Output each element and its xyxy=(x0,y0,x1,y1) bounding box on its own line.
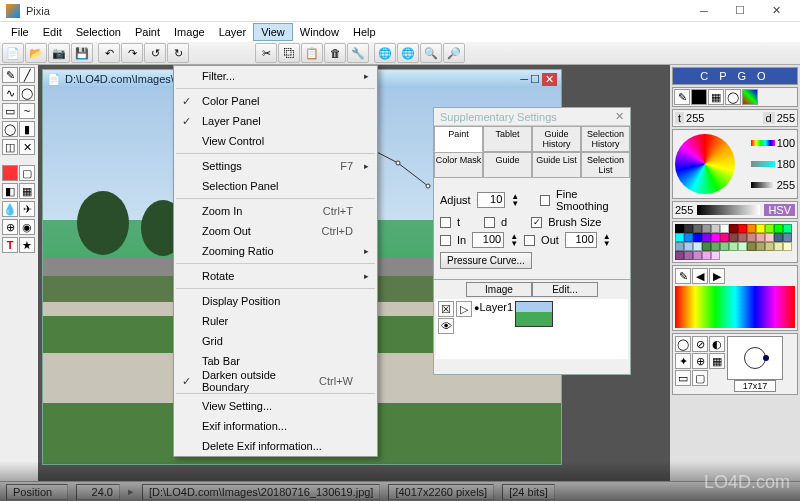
paste-button[interactable]: 📋 xyxy=(301,43,323,63)
airbrush-icon[interactable]: ✈ xyxy=(19,201,35,217)
line-tool-icon[interactable]: ╱ xyxy=(19,67,35,83)
view-menu-item-0[interactable]: Filter... xyxy=(174,66,377,86)
view-menu-item-16[interactable]: Ruler xyxy=(174,311,377,331)
tab-paint[interactable]: Paint xyxy=(434,126,483,152)
tab-selection-list[interactable]: Selection List xyxy=(581,152,630,178)
mode-rainbow-icon[interactable] xyxy=(742,89,758,105)
view-menu-item-11[interactable]: Zooming Ratio xyxy=(174,241,377,261)
lasso-tool-icon[interactable]: ◯ xyxy=(19,85,35,101)
doc-close-icon[interactable]: ✕ xyxy=(542,73,557,86)
tab-guide-list[interactable]: Guide List xyxy=(532,152,581,178)
swatch[interactable] xyxy=(747,233,756,242)
mode-pencil-icon[interactable]: ✎ xyxy=(674,89,690,105)
out-checkbox[interactable] xyxy=(524,235,535,246)
picker-icon[interactable]: ✎ xyxy=(675,268,691,284)
swatch[interactable] xyxy=(738,233,747,242)
tool-button[interactable]: 🔧 xyxy=(347,43,369,63)
brush-opt5-icon[interactable]: ⊕ xyxy=(692,353,708,369)
view-menu-item-17[interactable]: Grid xyxy=(174,331,377,351)
menu-paint[interactable]: Paint xyxy=(128,24,167,40)
globe2-button[interactable]: 🌐 xyxy=(397,43,419,63)
swatch[interactable] xyxy=(675,233,684,242)
smudge-icon[interactable]: 💧 xyxy=(2,201,18,217)
globe1-button[interactable]: 🌐 xyxy=(374,43,396,63)
swatch[interactable] xyxy=(675,251,684,260)
swatch[interactable] xyxy=(702,242,711,251)
swatch[interactable] xyxy=(720,224,729,233)
tab-selection-history[interactable]: Selection History xyxy=(581,126,630,152)
scanner-button[interactable]: 📷 xyxy=(48,43,70,63)
doc-minimize-icon[interactable]: ─ xyxy=(520,73,528,86)
swatch[interactable] xyxy=(765,233,774,242)
view-menu-item-10[interactable]: Zoom OutCtrl+D xyxy=(174,221,377,241)
brush-opt7-icon[interactable]: ▭ xyxy=(675,370,691,386)
swatch[interactable] xyxy=(675,224,684,233)
swatch[interactable] xyxy=(783,242,792,251)
in-stepper[interactable]: ▲▼ xyxy=(510,233,518,247)
swatch[interactable] xyxy=(702,251,711,260)
deselect-tool-icon[interactable]: ✕ xyxy=(19,139,35,155)
brush-opt2-icon[interactable]: ⊘ xyxy=(692,336,708,352)
swatch[interactable] xyxy=(765,242,774,251)
zoom-in-button[interactable]: 🔍 xyxy=(420,43,442,63)
swatch[interactable] xyxy=(738,224,747,233)
save-button[interactable]: 💾 xyxy=(71,43,93,63)
tab-color-mask[interactable]: Color Mask xyxy=(434,152,483,178)
swatch[interactable] xyxy=(729,242,738,251)
fill-tool-icon[interactable]: ▮ xyxy=(19,121,35,137)
cpgo-tabs[interactable]: C P G O xyxy=(672,67,798,85)
swatch[interactable] xyxy=(783,233,792,242)
view-menu-item-7[interactable]: Selection Panel xyxy=(174,176,377,196)
swatch[interactable] xyxy=(675,242,684,251)
swatch[interactable] xyxy=(747,242,756,251)
menu-edit[interactable]: Edit xyxy=(36,24,69,40)
clone-icon[interactable]: ⊕ xyxy=(2,219,18,235)
brush-size-checkbox[interactable]: ✓ xyxy=(531,217,542,228)
view-menu-item-19[interactable]: Darken outside BoundaryCtrl+W xyxy=(174,371,377,391)
view-menu-item-3[interactable]: Layer Panel xyxy=(174,111,377,131)
layer-thumbnail[interactable] xyxy=(515,301,553,327)
select-tool-icon[interactable]: ◫ xyxy=(2,139,18,155)
in-input[interactable]: 100 xyxy=(472,232,504,248)
swatch[interactable] xyxy=(711,251,720,260)
tab-guide-history[interactable]: Guide History xyxy=(532,126,581,152)
layer-visible-icon[interactable]: 👁 xyxy=(438,318,454,334)
pressure-curve-button[interactable]: Pressure Curve... xyxy=(440,252,532,269)
doc-maximize-icon[interactable]: ☐ xyxy=(530,73,540,86)
swatch[interactable] xyxy=(720,242,729,251)
t-checkbox[interactable] xyxy=(440,217,451,228)
menu-layer[interactable]: Layer xyxy=(212,24,254,40)
swatch[interactable] xyxy=(783,224,792,233)
menu-help[interactable]: Help xyxy=(346,24,383,40)
next-color-icon[interactable]: ▶ xyxy=(709,268,725,284)
swatch[interactable] xyxy=(693,233,702,242)
tab-guide[interactable]: Guide xyxy=(483,152,532,178)
curve-tool-icon[interactable]: ∿ xyxy=(2,85,18,101)
brush-tool-icon[interactable]: ✎ xyxy=(2,67,18,83)
swatch[interactable] xyxy=(684,251,693,260)
swatch[interactable] xyxy=(756,242,765,251)
redo2-button[interactable]: ↻ xyxy=(167,43,189,63)
zoom-out-button[interactable]: 🔎 xyxy=(443,43,465,63)
gradient-icon[interactable]: ◧ xyxy=(2,183,18,199)
swatch[interactable] xyxy=(729,224,738,233)
view-menu-item-23[interactable]: Delete Exif information... xyxy=(174,436,377,456)
swatch[interactable] xyxy=(711,224,720,233)
swatch[interactable] xyxy=(738,242,747,251)
brush-opt8-icon[interactable]: ▢ xyxy=(692,370,708,386)
texture-icon[interactable]: ▦ xyxy=(19,183,35,199)
color-wheel[interactable] xyxy=(675,134,735,194)
brush-opt6-icon[interactable]: ▦ xyxy=(709,353,725,369)
view-menu-item-21[interactable]: View Setting... xyxy=(174,396,377,416)
undo-button[interactable]: ↶ xyxy=(98,43,120,63)
view-menu-item-6[interactable]: SettingsF7 xyxy=(174,156,377,176)
text-tool-icon[interactable]: T xyxy=(2,237,18,253)
swatch[interactable] xyxy=(711,242,720,251)
view-menu-item-13[interactable]: Rotate xyxy=(174,266,377,286)
swatch[interactable] xyxy=(729,233,738,242)
swatch[interactable] xyxy=(774,224,783,233)
swatch[interactable] xyxy=(720,233,729,242)
minimize-button[interactable]: ─ xyxy=(686,1,722,21)
swatch[interactable] xyxy=(774,233,783,242)
menu-file[interactable]: File xyxy=(4,24,36,40)
